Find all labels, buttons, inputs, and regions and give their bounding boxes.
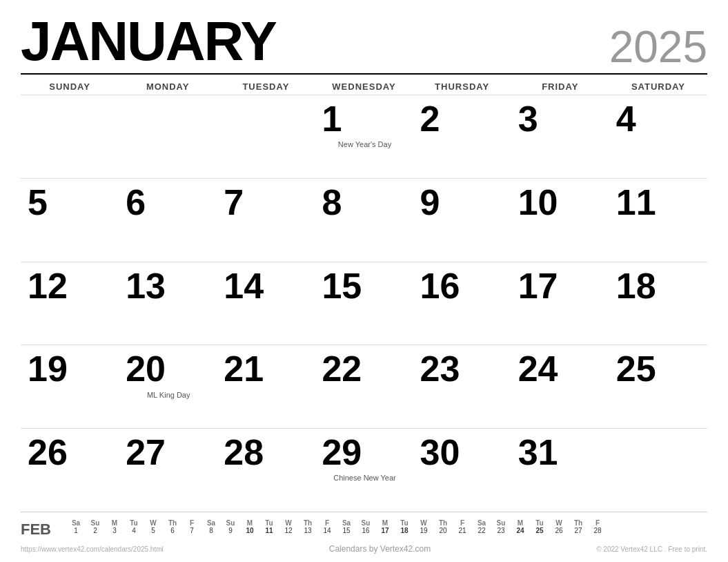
mini-day: 3: [105, 527, 124, 534]
day-number: 28: [224, 433, 264, 472]
day-number: 31: [518, 433, 558, 472]
mini-header: M: [240, 519, 259, 527]
mini-day: 6: [163, 527, 182, 534]
calendar-cell: [609, 428, 707, 512]
calendar-cell: 16: [413, 262, 511, 345]
mini-day: 9: [221, 527, 240, 534]
mini-month-label: FEB: [21, 521, 54, 539]
calendar-cell: 17: [511, 262, 609, 345]
calendar-cell: 19: [21, 345, 119, 428]
day-header-tuesday: TUESDAY: [217, 77, 315, 95]
mini-header: F: [453, 519, 472, 527]
calendar-cell: 26: [21, 428, 119, 512]
calendar-header: JANUARY 2025: [21, 14, 707, 75]
mini-calendar-grid: SaSuMTuWThFSaSuMTuWThFSaSuMTuWThFSaSuMTu…: [66, 519, 607, 534]
mini-day: 11: [259, 527, 279, 534]
day-number: 17: [518, 267, 558, 306]
mini-day: 24: [511, 527, 530, 534]
mini-header: W: [549, 519, 569, 527]
mini-header: M: [375, 519, 395, 527]
day-header-thursday: THURSDAY: [413, 77, 511, 95]
day-number: 23: [420, 349, 460, 389]
mini-day: 18: [395, 527, 414, 534]
day-number: 22: [322, 349, 362, 389]
calendar-grid: 1New Year's Day2345678910111213141516171…: [21, 95, 707, 512]
day-number: 2: [420, 99, 440, 139]
calendar-cell: 5: [21, 178, 119, 262]
calendar-cell: 14: [217, 262, 315, 345]
mini-header: Sa: [201, 519, 221, 527]
mini-day: 8: [201, 527, 221, 534]
mini-header: Su: [491, 519, 511, 527]
calendar-cell: 1New Year's Day: [315, 95, 413, 178]
mini-header: Su: [221, 519, 240, 527]
mini-header: M: [105, 519, 124, 527]
mini-header: Tu: [124, 519, 144, 527]
day-number: 18: [616, 267, 656, 306]
day-header-monday: MONDAY: [119, 77, 217, 95]
day-number: 27: [126, 433, 166, 472]
calendar-container: JANUARY 2025 SUNDAYMONDAYTUESDAYWEDNESDA…: [0, 0, 728, 562]
mini-day: 27: [569, 527, 588, 534]
calendar-cell: 15: [315, 262, 413, 345]
calendar-cell: 25: [609, 345, 707, 428]
footer-url: https://www.vertex42.com/calendars/2025.…: [21, 545, 164, 553]
calendar-cell: 30: [413, 428, 511, 512]
mini-header: F: [588, 519, 607, 527]
day-number: 11: [616, 183, 656, 222]
mini-day: 14: [317, 527, 337, 534]
mini-day: 4: [124, 527, 144, 534]
calendar-cell: 9: [413, 178, 511, 262]
mini-header: Th: [433, 519, 453, 527]
mini-day: 17: [375, 527, 395, 534]
calendar-cell: 31: [511, 428, 609, 512]
mini-day: 16: [356, 527, 375, 534]
day-number: 24: [518, 349, 558, 389]
day-number: 21: [224, 349, 264, 389]
mini-header: W: [144, 519, 163, 527]
day-number: 5: [28, 183, 48, 222]
day-number: 7: [224, 183, 244, 222]
calendar-cell: 29Chinese New Year: [315, 428, 413, 512]
mini-day: 20: [433, 527, 453, 534]
mini-header: Su: [356, 519, 375, 527]
mini-header: F: [317, 519, 337, 527]
calendar-cell: 23: [413, 345, 511, 428]
day-number: 16: [420, 267, 460, 306]
day-number: 29: [322, 433, 362, 472]
mini-day: 19: [414, 527, 433, 534]
mini-header: W: [279, 519, 298, 527]
calendar-cell: 20ML King Day: [119, 345, 217, 428]
day-number: 19: [28, 349, 68, 389]
calendar-cell: 11: [609, 178, 707, 262]
mini-header: Th: [569, 519, 588, 527]
calendar-cell: 6: [119, 178, 217, 262]
mini-header: Sa: [472, 519, 491, 527]
mini-day: 23: [491, 527, 511, 534]
mini-day: 21: [453, 527, 472, 534]
calendar-cell: 18: [609, 262, 707, 345]
day-number: 4: [616, 99, 636, 139]
day-number: 14: [224, 267, 264, 306]
mini-day: 15: [337, 527, 356, 534]
day-number: 20: [126, 349, 166, 389]
calendar-cell: [217, 95, 315, 178]
mini-header: W: [414, 519, 433, 527]
mini-day: 28: [588, 527, 607, 534]
day-number: 13: [126, 267, 166, 306]
mini-day: 12: [279, 527, 298, 534]
mini-header: Sa: [66, 519, 86, 527]
day-number: 8: [322, 183, 342, 222]
footer: https://www.vertex42.com/calendars/2025.…: [21, 541, 707, 555]
day-number: 9: [420, 183, 440, 222]
day-number: 26: [28, 433, 68, 472]
mini-day: 13: [298, 527, 317, 534]
mini-day: 22: [472, 527, 491, 534]
day-header-sunday: SUNDAY: [21, 77, 119, 95]
mini-header: Tu: [530, 519, 549, 527]
calendar-cell: 12: [21, 262, 119, 345]
day-number: 30: [420, 433, 460, 472]
mini-header: Th: [163, 519, 182, 527]
calendar-cell: 24: [511, 345, 609, 428]
calendar-cell: 28: [217, 428, 315, 512]
